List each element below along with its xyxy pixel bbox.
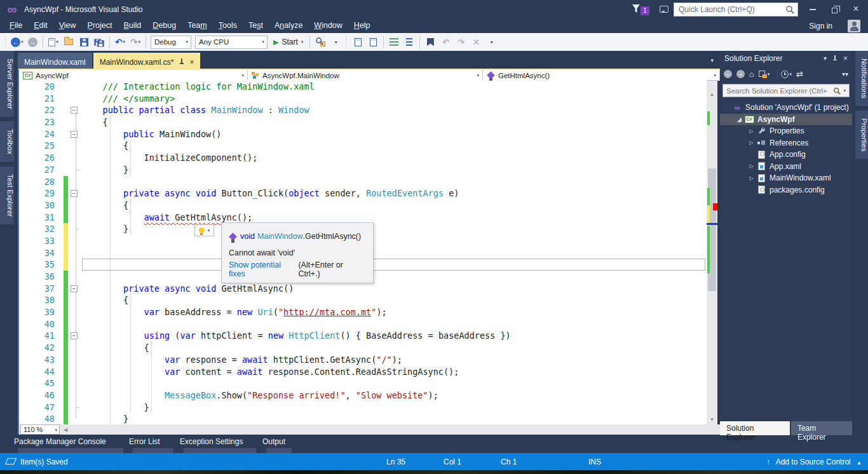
- forward-icon[interactable]: →: [736, 70, 745, 78]
- collapse-box-icon[interactable]: −: [71, 332, 78, 339]
- collapse-box-icon[interactable]: −: [71, 285, 78, 292]
- menu-window[interactable]: Window: [308, 19, 348, 32]
- code-editor[interactable]: 20 /// Interaction logic for MainWindow.…: [18, 81, 720, 424]
- call-hierarchy-icon[interactable]: [367, 36, 379, 48]
- show-potential-fixes-link[interactable]: Show potential fixes: [229, 261, 298, 278]
- save-all-icon[interactable]: [93, 36, 105, 48]
- zoom-level-select[interactable]: 110 %▾: [20, 424, 60, 435]
- uncomment-lines-icon[interactable]: [403, 36, 416, 48]
- close-icon[interactable]: ×: [843, 54, 848, 63]
- menu-edit[interactable]: Edit: [28, 19, 53, 32]
- toolbar-overflow-icon[interactable]: ▾▾: [842, 71, 848, 78]
- home-icon[interactable]: ⌂: [749, 69, 754, 79]
- member-dropdown[interactable]: GetHtmlAsync()▾: [483, 70, 720, 81]
- code-line[interactable]: 28: [19, 176, 705, 188]
- dock-tab-server-explorer[interactable]: Server Explorer: [0, 51, 14, 117]
- solution-explorer-search-input[interactable]: Search Solution Explorer (Ctrl+ ▾: [722, 84, 850, 97]
- close-button[interactable]: ×: [845, 0, 867, 18]
- code-line[interactable]: 27 }: [19, 164, 705, 176]
- scroll-up-icon[interactable]: ▲: [707, 91, 717, 97]
- type-dropdown[interactable]: AsyncWpf.MainWindow▾: [248, 70, 483, 81]
- solution-explorer-header[interactable]: Solution Explorer ▾ ×: [720, 51, 852, 65]
- menu-analyze[interactable]: Analyze: [269, 19, 308, 32]
- redo-icon[interactable]: ↷▾: [129, 36, 142, 48]
- menu-tools[interactable]: Tools: [213, 19, 243, 32]
- code-line[interactable]: 23 {: [19, 116, 705, 128]
- next-bookmark-icon[interactable]: ↷: [454, 36, 467, 48]
- sign-in-link[interactable]: Sign in: [809, 22, 832, 30]
- code-line[interactable]: 22− public partial class MainWindow : Wi…: [19, 104, 705, 116]
- tree-item-app-config[interactable]: App.config: [720, 149, 852, 161]
- feedback-icon[interactable]: [660, 6, 668, 13]
- panel-tab-team-explorer[interactable]: Team Explorer: [791, 421, 852, 435]
- window-menu-icon[interactable]: ▾: [824, 55, 827, 62]
- menu-test[interactable]: Test: [243, 19, 269, 32]
- tree-item-references[interactable]: ▷References: [720, 137, 852, 149]
- menu-team[interactable]: Team: [182, 19, 213, 32]
- editor-tab[interactable]: MainWindow.xaml: [18, 53, 92, 69]
- minimize-button[interactable]: [802, 0, 824, 18]
- document-list-dropdown-icon[interactable]: ▾: [710, 57, 714, 64]
- notification-count-badge[interactable]: 1: [641, 6, 649, 15]
- toolbar-grip[interactable]: [4, 36, 8, 48]
- notifications-flag-icon[interactable]: [632, 4, 640, 16]
- comment-lines-icon[interactable]: [388, 36, 400, 48]
- clear-bookmarks-icon[interactable]: ✕: [470, 36, 482, 48]
- expand-arrow-icon[interactable]: ▷: [748, 163, 755, 169]
- code-line[interactable]: 47 }: [19, 402, 705, 414]
- scroll-left-icon[interactable]: ◀: [64, 427, 67, 433]
- collapse-box-icon[interactable]: −: [71, 131, 78, 138]
- code-line[interactable]: 29− private async void Button_Click(obje…: [19, 187, 705, 200]
- quick-launch-input[interactable]: Quick Launch (Ctrl+Q): [674, 3, 798, 17]
- platform-select[interactable]: Any CPU▾: [195, 36, 268, 49]
- code-line[interactable]: 45: [19, 377, 705, 389]
- menu-help[interactable]: Help: [348, 19, 376, 32]
- code-line[interactable]: 26 InitializeComponent();: [19, 152, 705, 164]
- save-icon[interactable]: [78, 36, 90, 48]
- tree-item-asyncwpf[interactable]: ◢C#AsyncWpf: [720, 114, 852, 126]
- show-all-files-icon[interactable]: ▾: [759, 71, 770, 78]
- pin-icon[interactable]: [832, 55, 837, 62]
- scroll-down-icon[interactable]: ▼: [707, 417, 717, 423]
- code-line[interactable]: 46 MessageBox.Show("Response arrived!", …: [19, 389, 705, 402]
- tree-item-solution-asyncwpf-1-project-[interactable]: ∞Solution 'AsyncWpf' (1 project): [720, 102, 852, 114]
- previous-bookmark-icon[interactable]: ↶: [439, 36, 452, 48]
- panel-tab-solution-explorer[interactable]: Solution Explorer: [720, 421, 790, 435]
- expand-arrow-icon[interactable]: ▷: [748, 140, 755, 146]
- dock-tab-toolbox[interactable]: Toolbox: [0, 121, 14, 162]
- code-line[interactable]: 21 /// </summary>: [19, 93, 705, 105]
- code-line[interactable]: 24− public MainWindow(): [19, 128, 705, 140]
- expand-arrow-icon[interactable]: ▷: [748, 175, 755, 181]
- code-line[interactable]: 41− using (var httpClient = new HttpClie…: [19, 330, 705, 342]
- code-line[interactable]: 38 {: [19, 294, 705, 306]
- debug-target-select[interactable]: Debug▾: [151, 36, 191, 49]
- expand-arrow-icon[interactable]: ▷: [748, 128, 755, 134]
- restore-button[interactable]: [824, 0, 845, 18]
- bottom-tab-error-list[interactable]: Error List: [129, 437, 177, 446]
- new-project-icon[interactable]: ▾: [47, 36, 60, 48]
- chevron-down-icon[interactable]: ▾: [843, 88, 846, 93]
- menu-build[interactable]: Build: [118, 19, 147, 32]
- open-file-icon[interactable]: [62, 36, 75, 48]
- find-in-files-icon[interactable]: [314, 36, 327, 48]
- code-line[interactable]: 43 var response = await httpClient.GetAs…: [19, 354, 705, 366]
- back-icon[interactable]: ←: [724, 70, 732, 78]
- tree-item-properties[interactable]: ▷Properties: [720, 125, 852, 137]
- code-line[interactable]: 40: [19, 318, 705, 330]
- bottom-tab-exception-settings[interactable]: Exception Settings: [180, 437, 260, 446]
- navigate-backward-icon[interactable]: ←▾: [11, 36, 24, 48]
- toolbar-overflow-icon[interactable]: ▾: [329, 36, 342, 48]
- code-line[interactable]: 37− private async void GetHtmlAsync(): [19, 283, 705, 295]
- code-line[interactable]: 42 {: [19, 342, 705, 354]
- dock-tab-test-explorer[interactable]: Test Explorer: [0, 166, 14, 224]
- pin-icon[interactable]: [179, 58, 184, 65]
- pending-changes-filter-icon[interactable]: ▾: [781, 71, 792, 78]
- toggle-bookmark-icon[interactable]: [424, 36, 437, 48]
- tree-item-packages-config[interactable]: packages.config: [720, 184, 852, 196]
- start-debugging-button[interactable]: ▶Start▾: [273, 37, 303, 46]
- menu-debug[interactable]: Debug: [147, 19, 182, 32]
- vertical-scrollbar[interactable]: ▲ ▼: [707, 81, 717, 424]
- bottom-tab-package-manager-console[interactable]: Package Manager Console: [14, 437, 127, 446]
- code-line[interactable]: 44 var content = await response.Content.…: [19, 366, 705, 378]
- code-line[interactable]: 30 {: [19, 200, 705, 212]
